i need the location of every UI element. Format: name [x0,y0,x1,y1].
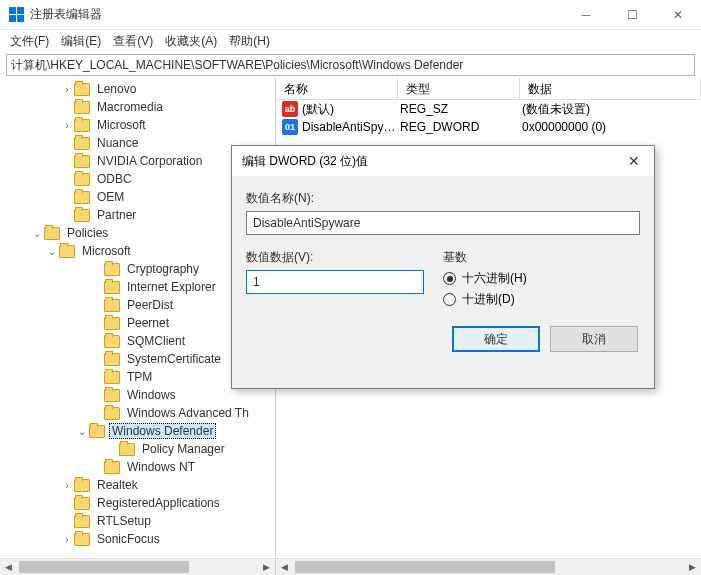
cancel-button[interactable]: 取消 [550,326,638,352]
folder-icon [104,263,120,276]
cell-name: DisableAntiSpy… [302,120,400,134]
tree-item-label: SonicFocus [94,531,163,547]
tree-item[interactable]: Macromedia [0,98,275,116]
folder-icon [74,191,90,204]
cell-data: 0x00000000 (0) [522,120,701,134]
maximize-button[interactable]: ☐ [609,0,655,30]
value-name-input[interactable] [246,211,640,235]
folder-icon [59,245,75,258]
tree-item-label: Nuance [94,135,141,151]
tree-item-label: Windows NT [124,459,198,475]
edit-dword-dialog: 编辑 DWORD (32 位)值 ✕ 数值名称(N): 数值数据(V): 基数 … [231,145,655,389]
tree-item[interactable]: Policy Manager [0,440,275,458]
scroll-thumb[interactable] [295,561,555,573]
app-icon [8,7,24,23]
folder-icon [74,83,90,96]
tree-item[interactable]: ›SonicFocus [0,530,275,548]
folder-icon [104,389,120,402]
tree-item-label: Cryptography [124,261,202,277]
tree-item-label: TPM [124,369,155,385]
tree-item-label: Peernet [124,315,172,331]
tree-item-label: RegisteredApplications [94,495,223,511]
menu-view[interactable]: 查看(V) [107,31,159,52]
folder-icon [104,317,120,330]
tree-item[interactable]: RTLSetup [0,512,275,530]
chevron-down-icon[interactable]: ⌄ [45,246,59,257]
tree-item-label: Microsoft [94,117,149,133]
radio-icon [443,272,456,285]
radio-icon [443,293,456,306]
folder-icon [44,227,60,240]
dialog-title: 编辑 DWORD (32 位)值 [242,153,624,170]
folder-icon [104,281,120,294]
cell-data: (数值未设置) [522,101,701,118]
folder-icon [74,515,90,528]
scroll-track[interactable] [17,559,258,575]
tree-item[interactable]: ⌄Windows Defender [0,422,275,440]
chevron-right-icon[interactable]: › [60,84,74,95]
tree-item-label: OEM [94,189,127,205]
tree-item[interactable]: Windows Advanced Th [0,404,275,422]
folder-icon [74,209,90,222]
chevron-down-icon[interactable]: ⌄ [30,228,44,239]
menu-favorites[interactable]: 收藏夹(A) [159,31,223,52]
scroll-left-icon[interactable]: ◀ [0,559,17,575]
menu-edit[interactable]: 编辑(E) [55,31,107,52]
radio-hex[interactable]: 十六进制(H) [443,270,640,287]
tree-item[interactable]: ›Lenovo [0,80,275,98]
value-data-label: 数值数据(V): [246,249,443,266]
tree-item[interactable]: ›Realtek [0,476,275,494]
tree-item-label: Macromedia [94,99,166,115]
tree-item-label: Lenovo [94,81,139,97]
chevron-right-icon[interactable]: › [60,480,74,491]
cell-type: REG_DWORD [400,120,522,134]
window-title: 注册表编辑器 [30,6,563,23]
string-value-icon: ab [282,101,298,117]
cell-type: REG_SZ [400,102,522,116]
minimize-button[interactable]: ─ [563,0,609,30]
tree-item-label: Partner [94,207,139,223]
tree-item-label: Realtek [94,477,141,493]
folder-icon [74,155,90,168]
dialog-close-icon[interactable]: ✕ [624,153,644,169]
value-data-input[interactable] [246,270,424,294]
tree-item-label: Internet Explorer [124,279,219,295]
tree-item-label: PeerDist [124,297,176,313]
chevron-right-icon[interactable]: › [60,534,74,545]
col-header-name[interactable]: 名称 [276,78,398,99]
address-bar[interactable]: 计算机\HKEY_LOCAL_MACHINE\SOFTWARE\Policies… [6,54,695,76]
folder-icon [74,119,90,132]
chevron-down-icon[interactable]: ⌄ [75,426,89,437]
tree-item-label: Windows [124,387,179,403]
col-header-data[interactable]: 数据 [520,78,701,99]
scroll-right-icon[interactable]: ▶ [258,559,275,575]
radio-hex-label: 十六进制(H) [462,270,527,287]
col-header-type[interactable]: 类型 [398,78,520,99]
scroll-track[interactable] [293,559,684,575]
list-row[interactable]: ab(默认)REG_SZ(数值未设置) [276,100,701,118]
scroll-right-icon[interactable]: ▶ [684,559,701,575]
ok-button[interactable]: 确定 [452,326,540,352]
radio-dec[interactable]: 十进制(D) [443,291,640,308]
tree-item-label: NVIDIA Corporation [94,153,205,169]
scroll-left-icon[interactable]: ◀ [276,559,293,575]
close-button[interactable]: ✕ [655,0,701,30]
folder-icon [104,299,120,312]
tree-item-label: ODBC [94,171,135,187]
menu-file[interactable]: 文件(F) [4,31,55,52]
folder-icon [119,443,135,456]
tree-item[interactable]: Windows NT [0,458,275,476]
folder-icon [104,335,120,348]
tree-item-label: RTLSetup [94,513,154,529]
list-row[interactable]: 01DisableAntiSpy…REG_DWORD0x00000000 (0) [276,118,701,136]
horizontal-scrollbar: ◀ ▶ ◀ ▶ [0,558,701,575]
folder-icon [74,137,90,150]
menu-help[interactable]: 帮助(H) [223,31,276,52]
tree-item[interactable]: ›Microsoft [0,116,275,134]
folder-icon [104,407,120,420]
folder-icon [74,101,90,114]
value-name-label: 数值名称(N): [246,190,640,207]
tree-item[interactable]: RegisteredApplications [0,494,275,512]
scroll-thumb[interactable] [19,561,189,573]
chevron-right-icon[interactable]: › [60,120,74,131]
